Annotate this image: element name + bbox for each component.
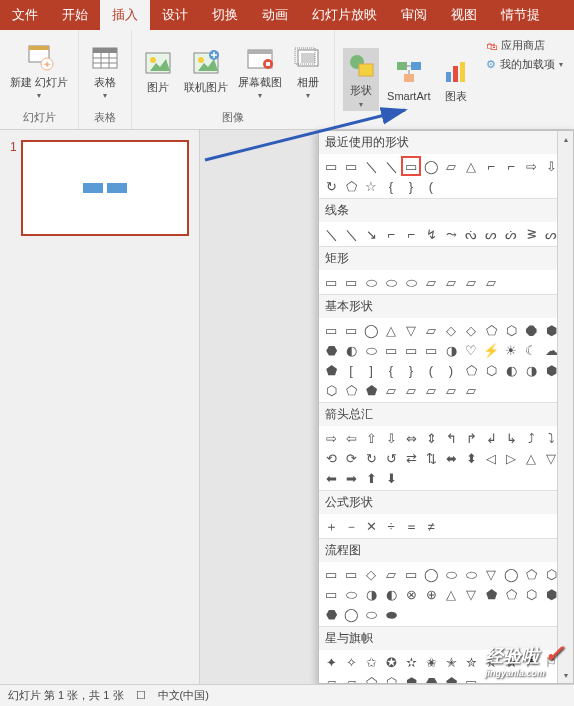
shape-item[interactable]: ＝ xyxy=(401,516,421,536)
shape-item[interactable]: ⤳ xyxy=(441,224,461,244)
shape-item[interactable]: ✬ xyxy=(421,652,441,672)
screenshot-button[interactable]: 屏幕截图 ▾ xyxy=(236,40,284,102)
menu-transition[interactable]: 切换 xyxy=(200,0,250,30)
shape-item[interactable]: ⬠ xyxy=(461,360,481,380)
shape-item[interactable]: ▱ xyxy=(441,272,461,292)
menu-view[interactable]: 视图 xyxy=(439,0,489,30)
shape-item[interactable]: ⬆ xyxy=(361,468,381,488)
shape-item[interactable]: ⬠ xyxy=(361,672,381,683)
shape-item[interactable]: ⬠ xyxy=(341,380,361,400)
shape-item[interactable]: ⌐ xyxy=(401,224,421,244)
shape-item[interactable]: ◐ xyxy=(341,340,361,360)
shape-item[interactable]: ◐ xyxy=(501,360,521,380)
shape-item[interactable]: ◑ xyxy=(361,584,381,604)
shape-item[interactable]: △ xyxy=(461,156,481,176)
shape-item[interactable]: ⬠ xyxy=(521,564,541,584)
menu-slideshow[interactable]: 幻灯片放映 xyxy=(300,0,389,30)
shape-item[interactable]: ↻ xyxy=(361,448,381,468)
shape-item[interactable]: ⯃ xyxy=(521,320,541,340)
shape-item[interactable]: ◁ xyxy=(481,448,501,468)
shape-item[interactable]: ✪ xyxy=(381,652,401,672)
slide-thumbnail[interactable] xyxy=(21,140,189,236)
shape-item[interactable]: ▭ xyxy=(461,672,481,683)
shape-item[interactable]: ⟲ xyxy=(321,448,341,468)
shape-item[interactable]: ⬭ xyxy=(401,272,421,292)
shape-item[interactable]: ] xyxy=(361,360,381,380)
shape-item[interactable]: ▽ xyxy=(401,320,421,340)
shape-item[interactable]: ▽ xyxy=(461,584,481,604)
shape-item[interactable]: ◯ xyxy=(341,604,361,624)
shape-item[interactable]: ⬅ xyxy=(321,468,341,488)
shape-item[interactable]: ( xyxy=(421,360,441,380)
shape-item[interactable]: ⬭ xyxy=(441,564,461,584)
menu-file[interactable]: 文件 xyxy=(0,0,50,30)
online-picture-button[interactable]: 联机图片 xyxy=(182,45,230,96)
shape-item[interactable]: ⬟ xyxy=(441,672,461,683)
menu-insert[interactable]: 插入 xyxy=(100,0,150,30)
shape-item[interactable]: ⌐ xyxy=(481,156,501,176)
shape-item[interactable]: ᔔ xyxy=(461,224,481,244)
shape-item[interactable]: ⬡ xyxy=(381,672,401,683)
shape-item[interactable]: ▭ xyxy=(321,564,341,584)
menu-animation[interactable]: 动画 xyxy=(250,0,300,30)
notes-icon[interactable]: ☐ xyxy=(136,689,146,702)
shape-item[interactable]: ⬣ xyxy=(321,604,341,624)
shape-item[interactable]: ✦ xyxy=(321,652,341,672)
shape-item[interactable]: ◯ xyxy=(421,156,441,176)
shape-item[interactable]: ᔖ xyxy=(501,224,521,244)
picture-button[interactable]: 图片 xyxy=(140,45,176,96)
shape-item[interactable]: ▱ xyxy=(341,672,361,683)
my-addins-button[interactable]: ⚙ 我的加载项 ▾ xyxy=(486,57,563,72)
shape-item[interactable]: － xyxy=(341,516,361,536)
shape-item[interactable]: ⬡ xyxy=(481,360,501,380)
shape-item[interactable]: ⬭ xyxy=(381,272,401,292)
shape-item[interactable]: ⬭ xyxy=(361,604,381,624)
shape-item[interactable]: ▱ xyxy=(401,380,421,400)
shape-item[interactable]: ◑ xyxy=(441,340,461,360)
app-store-button[interactable]: 🛍 应用商店 xyxy=(486,38,563,53)
shape-item[interactable]: ▱ xyxy=(441,156,461,176)
shape-item[interactable]: ⬭ xyxy=(341,584,361,604)
shape-item[interactable]: ⬡ xyxy=(501,320,521,340)
shape-item[interactable]: ✕ xyxy=(361,516,381,536)
shape-item[interactable]: ◯ xyxy=(501,564,521,584)
shape-item[interactable]: ▭ xyxy=(341,272,361,292)
shape-item[interactable]: ▷ xyxy=(501,448,521,468)
shape-item[interactable]: ᔕ xyxy=(481,224,501,244)
shape-item[interactable]: ⤴ xyxy=(521,428,541,448)
scroll-up-icon[interactable]: ▴ xyxy=(558,131,574,147)
shape-item[interactable]: ✧ xyxy=(341,652,361,672)
shape-item[interactable]: ▱ xyxy=(461,272,481,292)
shape-item[interactable]: ⇕ xyxy=(421,428,441,448)
menu-review[interactable]: 审阅 xyxy=(389,0,439,30)
shape-item[interactable]: ≠ xyxy=(421,516,441,536)
shape-item[interactable]: ☆ xyxy=(361,176,381,196)
shape-item[interactable]: ✩ xyxy=(361,652,381,672)
shape-item[interactable]: △ xyxy=(521,448,541,468)
shape-item[interactable]: ▭ xyxy=(341,320,361,340)
shape-item[interactable]: ⇦ xyxy=(341,428,361,448)
shape-item[interactable]: ▭ xyxy=(321,272,341,292)
shape-item[interactable]: ✫ xyxy=(401,652,421,672)
shape-item[interactable]: ↺ xyxy=(381,448,401,468)
shape-item[interactable]: ◇ xyxy=(361,564,381,584)
shape-item[interactable]: } xyxy=(401,176,421,196)
shape-item[interactable]: [ xyxy=(341,360,361,380)
shape-item[interactable]: } xyxy=(401,360,421,380)
shape-item[interactable]: ↳ xyxy=(501,428,521,448)
shape-item[interactable]: ↻ xyxy=(321,176,341,196)
shape-item[interactable]: ◇ xyxy=(441,320,461,340)
shape-item[interactable]: ⌐ xyxy=(381,224,401,244)
shape-item[interactable]: ⬣ xyxy=(321,340,341,360)
shape-item[interactable]: ▭ xyxy=(401,156,421,176)
shape-item[interactable]: ⊕ xyxy=(421,584,441,604)
shape-item[interactable]: ▱ xyxy=(321,672,341,683)
shape-item[interactable]: ↰ xyxy=(441,428,461,448)
shape-item[interactable]: ▭ xyxy=(381,340,401,360)
shape-item[interactable]: ⇔ xyxy=(401,428,421,448)
shape-item[interactable]: ◇ xyxy=(461,320,481,340)
shape-item[interactable]: ( xyxy=(421,176,441,196)
shape-item[interactable]: ⬡ xyxy=(321,380,341,400)
shape-item[interactable]: ◯ xyxy=(361,320,381,340)
menu-storyboard[interactable]: 情节提 xyxy=(489,0,552,30)
